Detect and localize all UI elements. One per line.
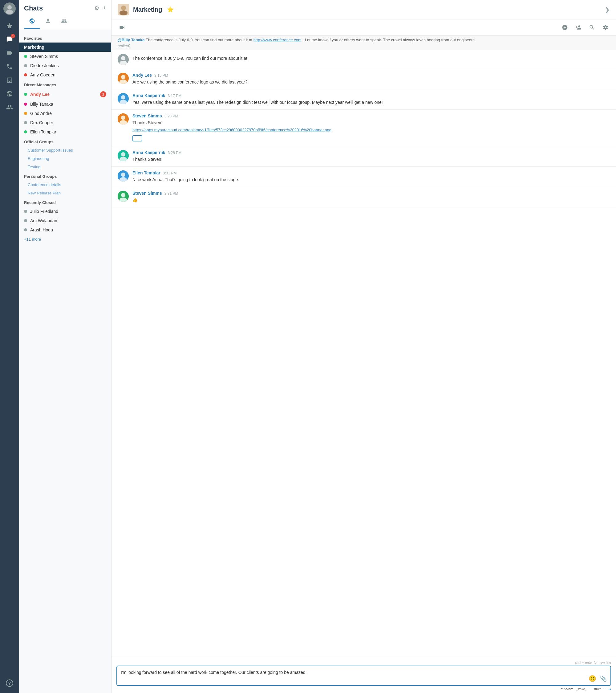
svg-point-13 [121,95,125,100]
amy-goeden-label: Amy Goeden [30,73,56,77]
star-nav-icon[interactable] [3,20,16,32]
chat-badge: 1 [11,34,15,38]
chat-header: Marketing ⭐ ❯ [111,0,616,19]
time-anna-2: 3:23 PM [164,114,178,118]
icon-bar: 1 ? [0,0,19,693]
time-anna-1: 3:15 PM [154,73,168,78]
phone-nav-icon[interactable] [3,60,16,73]
help-nav-icon[interactable]: ? [3,677,16,689]
author-anna-1: Andy Lee [132,73,152,78]
globe-nav-icon[interactable] [3,87,16,100]
status-dot-ellen [24,130,27,134]
sidebar-tabs [24,15,106,29]
message-content-anna-1: Andy Lee 3:15 PM Are we using the same c… [132,73,610,85]
svg-point-25 [121,193,125,197]
sidebar-item-amy-goeden[interactable]: Amy Goeden [19,70,111,79]
svg-point-10 [121,75,125,79]
message-content-andy-lee: The conference is July 6-9. You can find… [132,54,610,65]
chat-toolbar [111,19,616,36]
search-messages-button[interactable] [587,22,597,33]
message-content-gino: Steven Simms 3:31 PM 👍 [132,191,610,203]
sidebar-list: Favorites Marketing Steven Simms Diedre … [19,29,111,693]
message-group-steven-1: Anna Kaepernik 3:17 PM Yes, we're using … [111,90,616,110]
time-gino: 3:31 PM [164,191,178,196]
sidebar-item-billy-tanaka[interactable]: Billy Tanaka [19,100,111,109]
julio-label: Julio Friedland [30,209,58,214]
sidebar-item-arash[interactable]: Arash Hoda [19,225,111,235]
message-content-anna-2: Steven Simms 3:23 PM Thanks Steven! http… [132,113,610,142]
tab-direct[interactable] [40,15,56,29]
sidebar-item-marketing[interactable]: Marketing [19,42,111,52]
system-text-2: . Let me know if you or others want to s… [303,38,475,42]
sidebar-item-steven-simms[interactable]: Steven Simms [19,52,111,61]
settings-icon[interactable]: ⚙ [94,5,99,12]
status-dot-andy [24,93,27,96]
message-group-anna-2: Steven Simms 3:23 PM Thanks Steven! http… [111,110,616,146]
tab-groups[interactable] [56,15,72,29]
sidebar-item-diedre-jenkins[interactable]: Diedre Jenkins [19,61,111,70]
sidebar-item-julio[interactable]: Julio Friedland [19,207,111,216]
message-content-steven-2: Ellen Templar 3:31 PM Nice work Anna! Th… [132,171,610,183]
sidebar-item-customer-support[interactable]: Customer Support Issues [19,146,111,154]
billy-tanaka-label: Billy Tanaka [30,102,53,106]
people-nav-icon[interactable] [3,101,16,113]
sidebar-item-ellen-templar[interactable]: Ellen Templar [19,127,111,137]
sidebar-item-testing[interactable]: Testing [19,163,111,171]
tab-all[interactable] [24,15,40,29]
file-preview[interactable] [132,135,142,141]
svg-point-4 [121,5,126,11]
arti-label: Arti Wulandari [30,218,57,223]
message-group-gino: Steven Simms 3:31 PM 👍 [111,187,616,207]
settings-chat-button[interactable] [600,22,611,33]
search-toolbar-input[interactable] [130,25,557,30]
time-steven-1: 3:17 PM [168,94,182,98]
avatar-anna-1 [118,73,129,84]
chat-star[interactable]: ⭐ [167,6,174,13]
author-gino: Steven Simms [132,191,162,196]
svg-point-7 [121,56,125,60]
chat-nav-icon[interactable]: 1 [3,33,16,46]
file-link[interactable]: https://apps.mypurecloud.com/realtime/v1… [132,127,331,132]
diedre-jenkins-label: Diedre Jenkins [30,63,59,68]
edited-label: (edited) [118,43,610,49]
personal-groups-section-title: Personal Groups [19,171,111,181]
sidebar-item-gino-andre[interactable]: Gino Andre [19,109,111,118]
svg-point-16 [121,116,125,120]
collapse-icon[interactable]: ❯ [604,6,610,13]
gino-andre-label: Gino Andre [30,111,52,116]
add-toolbar-button[interactable] [559,22,570,33]
sidebar-item-andy-lee[interactable]: Andy Lee 1 [19,89,111,100]
message-group-anna-1: Andy Lee 3:15 PM Are we using the same c… [111,69,616,90]
sidebar-item-conference-details[interactable]: Conference details [19,181,111,189]
compose-input[interactable]: I'm looking forward to see all of the ha… [121,669,585,682]
sidebar-item-arti[interactable]: Arti Wulandari [19,216,111,225]
avatar-andy-lee [118,54,129,65]
inbox-nav-icon[interactable] [3,74,16,86]
sidebar-item-dex-cooper[interactable]: Dex Cooper [19,118,111,127]
more-button[interactable]: +11 more [19,235,111,244]
video-call-button[interactable] [117,22,127,33]
add-person-toolbar-button[interactable] [573,22,584,33]
time-ellen: 3:28 PM [168,151,182,155]
strike-hint: ~~strike~~ [590,687,605,691]
status-dot-arash [24,228,27,232]
message-content-steven-1: Anna Kaepernik 3:17 PM Yes, we're using … [132,93,610,106]
compose-hint: shift + enter for new line [117,661,611,664]
text-steven-1: Yes, we're using the same one as last ye… [132,99,610,106]
system-message: @Billy Tanaka The conference is July 6-9… [111,36,616,50]
attach-button[interactable]: 📎 [600,675,607,682]
steven-simms-label: Steven Simms [30,54,58,59]
message-group-andy-lee: The conference is July 6-9. You can find… [111,50,616,69]
recently-closed-section-title: Recently Closed [19,197,111,207]
sidebar-item-engineering[interactable]: Engineering [19,154,111,163]
compose-box: I'm looking forward to see all of the ha… [117,666,611,686]
message-group-steven-2: Ellen Templar 3:31 PM Nice work Anna! Th… [111,167,616,187]
text-anna-1: Are we using the same conference logo as… [132,79,610,85]
emoji-button[interactable]: 🙂 [589,675,596,682]
conference-link[interactable]: http://www.conference.com [253,38,302,42]
status-dot-gino [24,112,27,115]
add-chat-icon[interactable]: + [103,5,106,12]
video-nav-icon[interactable] [3,47,16,59]
sidebar-item-new-release-plan[interactable]: New Release Plan [19,189,111,197]
user-avatar[interactable] [3,2,16,15]
